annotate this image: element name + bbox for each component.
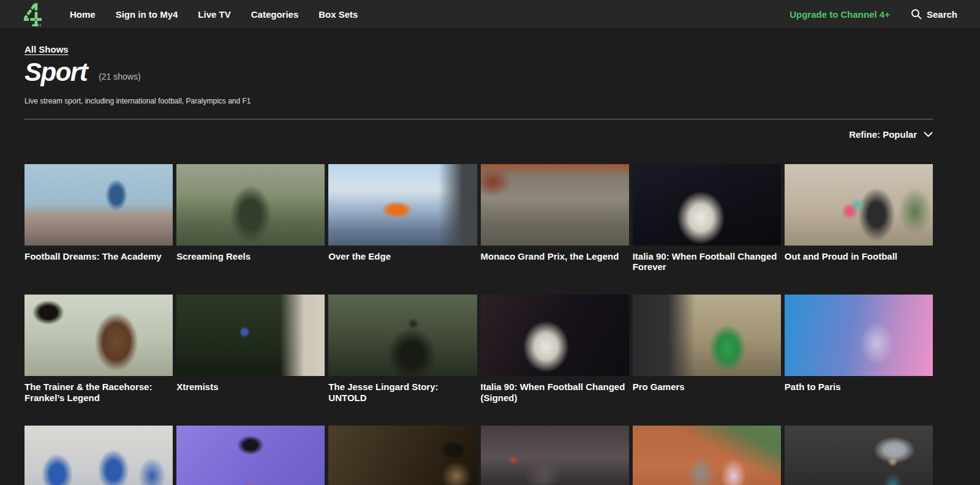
- show-card-italia-90-when-football-changed-forever[interactable]: Italia 90: When Football Changed Forever: [633, 164, 781, 273]
- show-title[interactable]: Path to Paris: [785, 382, 933, 392]
- nav-item-sign-in-to-my4[interactable]: Sign in to My4: [116, 9, 178, 20]
- header-divider: [24, 119, 933, 119]
- show-thumbnail[interactable]: [24, 426, 173, 485]
- search-icon: [911, 9, 922, 20]
- show-thumbnail[interactable]: [633, 426, 781, 485]
- show-title[interactable]: Out and Proud in Football: [785, 251, 933, 261]
- upgrade-to-channel4plus-link[interactable]: Upgrade to Channel 4+: [790, 9, 890, 20]
- show-thumbnail[interactable]: [633, 295, 781, 376]
- show-card-out-and-proud-in-football[interactable]: Out and Proud in Football: [785, 164, 933, 273]
- show-card-show-14[interactable]: [176, 426, 325, 485]
- show-thumbnail[interactable]: [176, 164, 325, 246]
- show-card-the-trainer-and-the-racehorse-frankels-legend[interactable]: The Trainer & the Racehorse: Frankel’s L…: [24, 295, 173, 403]
- channel4-logo-icon: [23, 2, 42, 27]
- show-thumbnail[interactable]: [328, 295, 477, 376]
- show-thumbnail[interactable]: [785, 426, 933, 485]
- show-title[interactable]: The Trainer & the Racehorse: Frankel’s L…: [24, 382, 173, 403]
- show-card-show-18[interactable]: [785, 426, 933, 485]
- show-thumbnail[interactable]: [481, 295, 629, 376]
- show-title[interactable]: The Jesse Lingard Story: UNTOLD: [328, 382, 477, 403]
- nav-item-home[interactable]: Home: [70, 9, 96, 20]
- show-thumbnail[interactable]: [176, 295, 325, 376]
- show-title[interactable]: Football Dreams: The Academy: [24, 251, 173, 261]
- show-thumbnail[interactable]: [481, 426, 629, 485]
- show-card-show-15[interactable]: [328, 426, 477, 485]
- show-card-screaming-reels[interactable]: Screaming Reels: [176, 164, 325, 273]
- show-title[interactable]: Italia 90: When Football Changed Forever: [633, 251, 781, 273]
- show-thumbnail[interactable]: [328, 426, 477, 485]
- nav-right-group: Upgrade to Channel 4+ Search: [790, 9, 957, 20]
- show-card-football-dreams-the-academy[interactable]: Football Dreams: The Academy: [24, 164, 173, 273]
- show-thumbnail[interactable]: [785, 295, 933, 376]
- show-title[interactable]: Monaco Grand Prix, the Legend: [481, 251, 629, 261]
- nav-item-categories[interactable]: Categories: [251, 9, 299, 20]
- category-description: Live stream sport, including internation…: [24, 97, 933, 105]
- show-grid: Football Dreams: The Academy Screaming R…: [24, 164, 933, 485]
- show-thumbnail[interactable]: [785, 164, 933, 246]
- show-title[interactable]: Xtremists: [176, 382, 325, 392]
- show-count: (21 shows): [99, 72, 140, 85]
- breadcrumb-all-shows[interactable]: All Shows: [24, 44, 69, 55]
- show-card-over-the-edge[interactable]: Over the Edge: [328, 164, 477, 273]
- show-title[interactable]: Screaming Reels: [176, 251, 325, 261]
- primary-nav: Home Sign in to My4 Live TV Categories B…: [70, 9, 358, 20]
- page-title: Sport: [24, 60, 91, 85]
- sport-category-page: All Shows Sport (21 shows) Live stream s…: [0, 28, 980, 485]
- show-card-pro-gamers[interactable]: Pro Gamers: [633, 295, 781, 403]
- nav-item-live-tv[interactable]: Live TV: [198, 9, 230, 20]
- show-card-xtremists[interactable]: Xtremists: [176, 295, 325, 403]
- show-thumbnail[interactable]: [633, 164, 781, 246]
- show-card-path-to-paris[interactable]: Path to Paris: [785, 295, 933, 403]
- show-title[interactable]: Italia 90: When Football Changed (Signed…: [481, 382, 629, 403]
- show-thumbnail[interactable]: [24, 295, 173, 376]
- chevron-down-icon: [924, 132, 933, 137]
- refine-dropdown[interactable]: Refine: Popular: [849, 129, 933, 140]
- show-thumbnail[interactable]: [24, 164, 173, 246]
- channel4-logo[interactable]: [23, 2, 42, 27]
- show-card-the-jesse-lingard-story-untold[interactable]: The Jesse Lingard Story: UNTOLD: [328, 295, 477, 403]
- nav-item-box-sets[interactable]: Box Sets: [318, 9, 358, 20]
- show-card-show-16[interactable]: [481, 426, 629, 485]
- show-card-italia-90-when-football-changed-signed[interactable]: Italia 90: When Football Changed (Signed…: [481, 295, 629, 403]
- refine-label: Refine: Popular: [849, 129, 917, 140]
- show-thumbnail[interactable]: [176, 426, 325, 485]
- search-label: Search: [927, 9, 957, 20]
- show-card-monaco-grand-prix-the-legend[interactable]: Monaco Grand Prix, the Legend: [481, 164, 629, 273]
- show-thumbnail[interactable]: [481, 164, 629, 246]
- search-button[interactable]: Search: [911, 9, 957, 20]
- show-title[interactable]: Over the Edge: [328, 251, 477, 261]
- page-title-row: Sport (21 shows): [24, 60, 933, 85]
- show-thumbnail[interactable]: [328, 164, 477, 246]
- show-card-show-17[interactable]: [633, 426, 781, 485]
- show-card-show-13[interactable]: [24, 426, 173, 485]
- show-title[interactable]: Pro Gamers: [633, 382, 781, 392]
- top-navigation: Home Sign in to My4 Live TV Categories B…: [0, 0, 980, 28]
- refine-row: Refine: Popular: [24, 129, 933, 140]
